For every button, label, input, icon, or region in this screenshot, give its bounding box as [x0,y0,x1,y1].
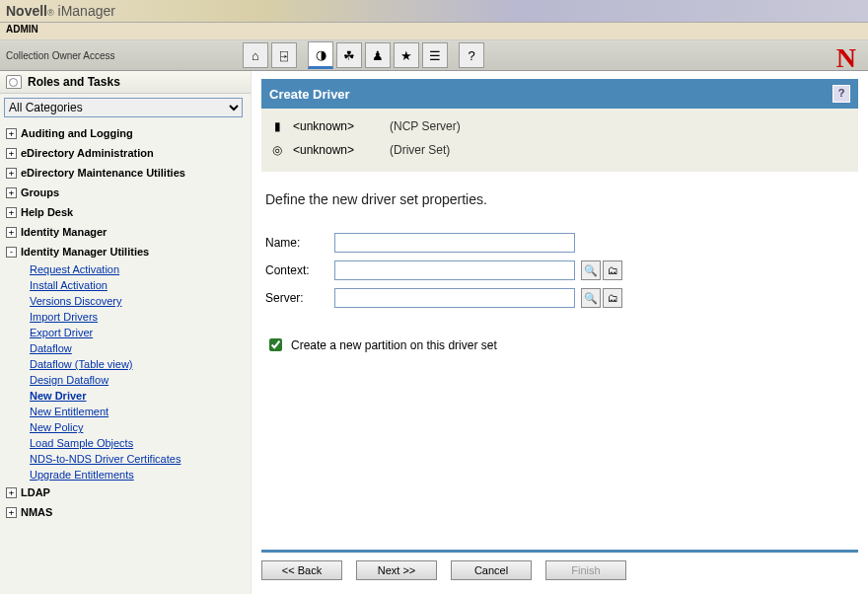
sidebar-title: Roles and Tasks [28,75,120,89]
tree-group-label: Identity Manager Utilities [21,246,149,258]
partition-checkbox[interactable] [269,338,282,351]
category-select[interactable]: All Categories [4,98,243,117]
tree-group[interactable]: +Groups [0,183,251,202]
tree-group[interactable]: +eDirectory Administration [0,143,251,163]
finish-button[interactable]: Finish [545,560,626,580]
home-icon[interactable]: ⌂ [243,42,268,68]
panel-title: Create Driver [269,87,350,102]
tree-group-label: eDirectory Administration [21,147,154,159]
main-panel: Create Driver ? ▮ <unknown> (NCP Server)… [252,71,868,594]
exit-icon[interactable]: ⍈ [271,42,297,68]
tree-group-label: Identity Manager [21,226,107,238]
tree-link[interactable]: Import Drivers [30,309,251,325]
tree-link[interactable]: Dataflow [30,340,251,356]
tree-group[interactable]: +Identity Manager [0,222,251,242]
tree-group-label: LDAP [21,486,50,498]
context-history-icon[interactable]: 🗂 [603,260,622,280]
sidebar-tree: +Auditing and Logging+eDirectory Adminis… [0,121,251,579]
context-info-box: ▮ <unknown> (NCP Server) ◎ <unknown> (Dr… [261,109,858,172]
driverset-icon: ◎ [269,142,285,158]
server-search-icon[interactable]: 🔍 [581,288,601,308]
info-row-driverset: ◎ <unknown> (Driver Set) [269,138,850,162]
novell-n-logo: N [836,42,856,74]
tree-link[interactable]: Request Activation [30,261,251,277]
info-row-server: ▮ <unknown> (NCP Server) [269,114,850,138]
name-label: Name: [265,236,334,250]
access-label: Collection Owner Access [0,50,243,61]
expand-icon[interactable]: + [6,227,17,238]
cancel-button[interactable]: Cancel [451,560,532,580]
sidebar: Roles and Tasks All Categories +Auditing… [0,71,252,594]
tree-link[interactable]: Install Activation [30,277,251,293]
panel-title-bar: Create Driver ? [261,79,858,109]
row-context: Context: 🔍 🗂 [265,260,854,280]
tree-link[interactable]: Versions Discovery [30,293,251,309]
tree-link[interactable]: New Driver [30,388,251,404]
name-input[interactable] [334,233,575,253]
favorites-icon[interactable]: ★ [394,42,419,68]
tree-group-label: Groups [21,186,59,198]
expand-icon[interactable]: + [6,187,17,198]
app-title: Novell® iManager [6,3,115,19]
tree-link[interactable]: Upgrade Entitlements [30,467,251,483]
driverset-type: (Driver Set) [390,143,450,157]
roles-icon[interactable]: ☘ [336,42,362,68]
tree-group-label: NMAS [21,506,52,518]
tree-group[interactable]: +LDAP [0,483,251,502]
back-button[interactable]: << Back [261,560,342,580]
tree-group-label: eDirectory Maintenance Utilities [21,167,185,179]
context-label: Context: [265,263,334,277]
toolbar-icons: ⌂ ⍈ ◑ ☘ ♟ ★ ☰ ? [243,41,487,69]
expand-icon[interactable]: + [6,148,17,159]
tree-link[interactable]: Design Dataflow [30,372,251,388]
tree-group-label: Help Desk [21,206,73,218]
tree-link[interactable]: NDS-to-NDS Driver Certificates [30,451,251,467]
tool-strip: Collection Owner Access ⌂ ⍈ ◑ ☘ ♟ ★ ☰ ? … [0,40,868,71]
server-name: <unknown> [293,119,382,133]
row-server: Server: 🔍 🗂 [265,288,854,308]
tree-link[interactable]: Load Sample Objects [30,435,251,451]
driverset-name: <unknown> [293,143,382,157]
context-input[interactable] [334,260,575,280]
next-button[interactable]: Next >> [356,560,437,580]
server-history-icon[interactable]: 🗂 [603,288,622,308]
collapse-icon[interactable]: - [6,247,17,258]
tree-link[interactable]: New Entitlement [30,404,251,419]
partition-checkbox-row: Create a new partition on this driver se… [265,335,854,354]
server-input[interactable] [334,288,575,308]
top-banner: Novell® iManager [0,0,868,23]
tree-link[interactable]: New Policy [30,419,251,435]
tree-link[interactable]: Export Driver [30,325,251,340]
tree-group[interactable]: +eDirectory Maintenance Utilities [0,163,251,183]
expand-icon[interactable]: + [6,128,17,139]
row-name: Name: [265,233,854,253]
tree-group[interactable]: +Help Desk [0,202,251,222]
tasks-icon[interactable]: ☰ [422,42,448,68]
tree-link[interactable]: Dataflow (Table view) [30,356,251,372]
tree-group[interactable]: -Identity Manager Utilities [0,242,251,261]
form-area: Define the new driver set properties. Na… [261,172,858,354]
view-icon[interactable]: ◑ [308,41,333,69]
admin-bar: ADMIN [0,23,868,40]
form-lead: Define the new driver set properties. [265,191,854,207]
tree-group[interactable]: +Auditing and Logging [0,123,251,143]
server-type: (NCP Server) [390,119,461,133]
tree-group-label: Auditing and Logging [21,127,133,139]
expand-icon[interactable]: + [6,487,17,498]
config-icon[interactable]: ♟ [365,42,391,68]
tree-group[interactable]: +NMAS [0,502,251,522]
expand-icon[interactable]: + [6,168,17,179]
sidebar-header: Roles and Tasks [0,71,251,94]
server-icon: ▮ [269,118,285,134]
panel-help-icon[interactable]: ? [832,85,850,103]
help-icon[interactable]: ? [459,42,484,68]
server-label: Server: [265,291,334,305]
expand-icon[interactable]: + [6,507,17,518]
roles-tasks-icon [6,75,22,89]
partition-label: Create a new partition on this driver se… [291,338,497,352]
context-search-icon[interactable]: 🔍 [581,260,601,280]
expand-icon[interactable]: + [6,207,17,218]
button-bar: << Back Next >> Cancel Finish [261,550,858,580]
